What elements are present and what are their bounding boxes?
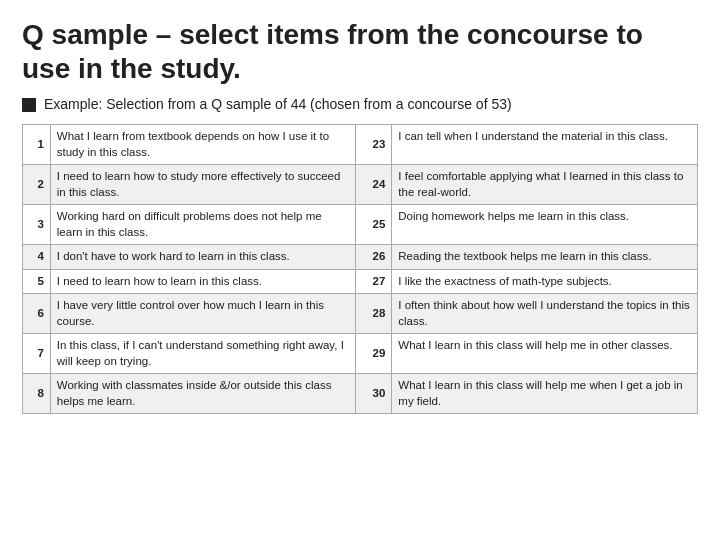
row-num-right: 30 (356, 374, 392, 414)
row-num-left: 5 (23, 269, 51, 294)
row-text-left: I need to learn how to learn in this cla… (50, 269, 356, 294)
items-table: 1What I learn from textbook depends on h… (22, 124, 698, 414)
row-text-right: I feel comfortable applying what I learn… (392, 165, 698, 205)
table-row: 8Working with classmates inside &/or out… (23, 374, 698, 414)
row-text-left: I need to learn how to study more effect… (50, 165, 356, 205)
row-text-left: Working hard on difficult problems does … (50, 205, 356, 245)
table-row: 2I need to learn how to study more effec… (23, 165, 698, 205)
bullet-text: Example: Selection from a Q sample of 44… (44, 95, 512, 114)
row-text-left: I don't have to work hard to learn in th… (50, 245, 356, 270)
row-num-left: 7 (23, 334, 51, 374)
page-title: Q sample – select items from the concour… (22, 18, 698, 85)
row-text-right: I can tell when I understand the materia… (392, 125, 698, 165)
row-text-right: Reading the textbook helps me learn in t… (392, 245, 698, 270)
table-row: 7In this class, if I can't understand so… (23, 334, 698, 374)
row-num-right: 24 (356, 165, 392, 205)
table-row: 1What I learn from textbook depends on h… (23, 125, 698, 165)
row-text-left: What I learn from textbook depends on ho… (50, 125, 356, 165)
row-num-left: 2 (23, 165, 51, 205)
row-text-left: In this class, if I can't understand som… (50, 334, 356, 374)
table-row: 4I don't have to work hard to learn in t… (23, 245, 698, 270)
row-num-right: 25 (356, 205, 392, 245)
row-text-right: I like the exactness of math-type subjec… (392, 269, 698, 294)
row-text-right: Doing homework helps me learn in this cl… (392, 205, 698, 245)
row-text-right: What I learn in this class will help me … (392, 334, 698, 374)
row-num-right: 23 (356, 125, 392, 165)
table-row: 3Working hard on difficult problems does… (23, 205, 698, 245)
row-num-left: 1 (23, 125, 51, 165)
row-num-left: 8 (23, 374, 51, 414)
row-num-left: 6 (23, 294, 51, 334)
table-row: 6I have very little control over how muc… (23, 294, 698, 334)
row-text-left: Working with classmates inside &/or outs… (50, 374, 356, 414)
row-text-right: What I learn in this class will help me … (392, 374, 698, 414)
row-num-right: 26 (356, 245, 392, 270)
row-num-left: 3 (23, 205, 51, 245)
row-text-right: I often think about how well I understan… (392, 294, 698, 334)
row-num-right: 28 (356, 294, 392, 334)
row-num-left: 4 (23, 245, 51, 270)
bullet-icon (22, 98, 36, 112)
row-text-left: I have very little control over how much… (50, 294, 356, 334)
bullet-item: Example: Selection from a Q sample of 44… (22, 95, 698, 114)
row-num-right: 27 (356, 269, 392, 294)
table-row: 5I need to learn how to learn in this cl… (23, 269, 698, 294)
row-num-right: 29 (356, 334, 392, 374)
